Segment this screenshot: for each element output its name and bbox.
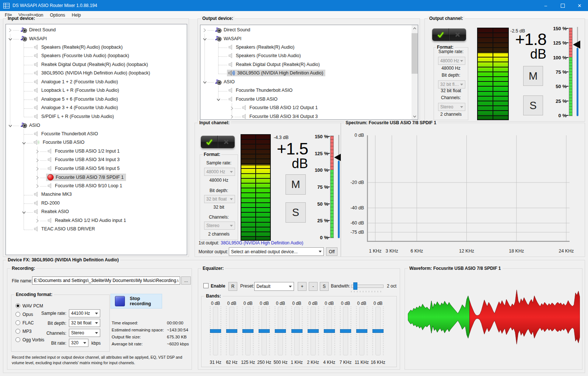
minimize-button[interactable]: – (537, 0, 554, 11)
monitor-off-button[interactable]: Off (326, 247, 337, 256)
eq-band-thumb[interactable] (372, 329, 384, 333)
tree-row[interactable]: Focusrite USB ASIO 3/4 Input 3 (6, 156, 187, 165)
collapsed-chevron-icon[interactable] (230, 115, 234, 119)
tree-row[interactable]: WASAPI (6, 35, 187, 43)
input-device-item[interactable]: WASAPI (19, 35, 49, 42)
tree-row[interactable]: Analogue 5 + 6 (Focusrite Usb Audio) (6, 95, 187, 104)
expanded-chevron-icon[interactable] (203, 80, 207, 84)
rec-sample-rate-select[interactable]: 44100 Hz (69, 309, 100, 317)
output-channel-bit-depth-select[interactable]: 32 bit float (438, 80, 465, 88)
browse-button[interactable]: ... (181, 276, 191, 285)
input-channel-channels-select[interactable]: Stereo (204, 222, 235, 230)
monitor-output-select[interactable]: Select an enabled output device... (229, 247, 324, 256)
tree-row[interactable]: Focusrite USB ASIO (6, 139, 187, 147)
output-device-item[interactable]: Direct Sound (213, 27, 252, 34)
input-device-item[interactable]: 38GL950G (NVIDIA High Definition Audio) … (32, 70, 152, 76)
collapsed-chevron-icon[interactable] (35, 167, 40, 171)
eq-band-thumb[interactable] (356, 329, 367, 333)
tree-row[interactable]: TEAC ASIO USB DRIVER (6, 225, 187, 234)
expanded-chevron-icon[interactable] (22, 141, 26, 145)
input-device-item[interactable]: ASIO (19, 122, 42, 129)
input-device-item[interactable]: Focusrite USB ASIO 1/2 Input 1 (46, 148, 122, 154)
output-device-item[interactable]: Focusrite USB ASIO (227, 96, 280, 102)
tree-row[interactable]: Speakers (Focusrite Usb Audio) (loopback… (6, 52, 187, 61)
input-device-item[interactable]: Focusrite USB ASIO 9/10 Loop 1 (46, 182, 125, 189)
tree-row[interactable]: Speakers (Realtek(R) Audio) (200, 43, 418, 52)
input-channel-solo-button[interactable]: S (286, 202, 306, 223)
output-device-item[interactable]: Speakers (Realtek(R) Audio) (227, 44, 297, 51)
format-radio-mp3[interactable] (15, 329, 20, 334)
tree-row[interactable]: Analogue 3 + 4 (Focusrite Usb Audio) (6, 104, 187, 113)
tree-row[interactable]: Focusrite USB ASIO 7/8 SPDIF 1 (6, 173, 187, 182)
input-device-item[interactable]: TEAC ASIO USB DRIVER (32, 226, 97, 232)
tree-row[interactable]: ASIO (6, 121, 187, 130)
collapsed-chevron-icon[interactable] (35, 219, 40, 223)
tree-row[interactable]: Focusrite USB ASIO 5/6 Input 5 (6, 164, 187, 173)
input-device-item[interactable]: Loopback L + R (Focusrite Usb Audio) (32, 87, 121, 94)
close-button[interactable]: ✕ (571, 0, 588, 11)
eq-preset-select[interactable]: Default (254, 282, 294, 291)
input-device-item[interactable]: Analogue 5 + 6 (Focusrite Usb Audio) (32, 96, 120, 102)
input-device-item[interactable]: Focusrite USB ASIO 5/6 Input 5 (46, 165, 122, 172)
input-device-item[interactable]: RD-2000 (32, 200, 62, 206)
input-device-item[interactable]: Analogue 3 + 4 (Focusrite Usb Audio) (32, 104, 120, 111)
rec-bit-rate-select[interactable]: 320 (69, 339, 88, 347)
eq-band-thumb[interactable] (308, 329, 319, 333)
collapsed-chevron-icon[interactable] (8, 28, 13, 32)
format-radio-opus[interactable] (15, 312, 20, 317)
tree-row[interactable]: 38GL950G (NVIDIA High Definition Audio) (200, 69, 418, 78)
eq-band-thumb[interactable] (210, 329, 221, 333)
collapsed-chevron-icon[interactable] (35, 184, 40, 188)
eq-band-thumb[interactable] (226, 329, 237, 333)
tree-row[interactable]: Analogue 1 + 2 (Focusrite Usb Audio) (6, 78, 187, 87)
output-channel-channels-select[interactable]: Stereo (438, 103, 465, 111)
output-channel-solo-button[interactable]: S (523, 95, 543, 115)
eq-band-thumb[interactable] (259, 329, 270, 333)
tree-row[interactable]: S/PDIF L + R (Focusrite Usb Audio) (6, 112, 187, 121)
stop-recording-button[interactable]: Stop recording (111, 294, 162, 309)
collapsed-chevron-icon[interactable] (35, 149, 40, 154)
format-radio-flac[interactable] (15, 320, 20, 325)
output-device-tree[interactable]: Direct Sound WASAPI Speakers (Realtek(R)… (200, 25, 418, 120)
eq-add-button[interactable]: + (298, 282, 307, 291)
eq-save-button[interactable]: S (320, 282, 329, 291)
tree-row[interactable]: Focusrite USB ASIO 1/2 Output 1 (200, 104, 418, 113)
eq-band-thumb[interactable] (242, 329, 253, 333)
tree-row[interactable]: Realtek ASIO 1/2 HD Audio input 1 (6, 216, 187, 225)
input-device-item[interactable]: Maschine MK3 (32, 191, 74, 198)
menu-item-options[interactable]: Options (47, 12, 69, 18)
output-device-item[interactable]: Focusrite USB ASIO 3/4 Output 3 (241, 113, 320, 120)
expanded-chevron-icon[interactable] (8, 37, 13, 41)
rec-channels-select[interactable]: Stereo (69, 329, 100, 337)
tree-row[interactable]: Speakers (Focusrite Usb Audio) (200, 52, 418, 61)
tree-row[interactable]: Realtek Digital Output (Realtek(R) Audio… (200, 60, 418, 69)
input-channel-bit-depth-select[interactable]: 32 bit float (204, 195, 235, 203)
eq-band-thumb[interactable] (324, 329, 335, 333)
tree-row[interactable]: Focusrite Thunderbolt ASIO (200, 87, 418, 95)
tree-row[interactable]: Loopback L + R (Focusrite Usb Audio) (6, 87, 187, 95)
output-channel-sample-rate-select[interactable]: 48000 Hz (438, 57, 465, 65)
tree-row[interactable]: RD-2000 (6, 199, 187, 208)
eq-enable-checkbox[interactable] (203, 283, 209, 288)
input-device-item[interactable]: Direct Sound (19, 27, 58, 34)
output-device-item[interactable]: ASIO (213, 79, 237, 86)
input-device-item[interactable]: Focusrite Thunderbolt ASIO (32, 130, 100, 137)
input-device-item[interactable]: Focusrite USB ASIO 7/8 SPDIF 1 (46, 174, 126, 181)
maximize-button[interactable] (554, 0, 571, 11)
output-device-item[interactable]: Speakers (Focusrite Usb Audio) (227, 52, 303, 59)
input-device-item[interactable]: Analogue 1 + 2 (Focusrite Usb Audio) (32, 79, 120, 85)
tree-row[interactable]: Focusrite USB ASIO 3/4 Output 3 (200, 112, 418, 120)
output-channel-mute-button[interactable]: M (523, 66, 543, 86)
format-radio-wav-pcm[interactable] (15, 303, 20, 308)
expanded-chevron-icon[interactable] (8, 123, 13, 128)
input-channel-mute-button[interactable]: M (286, 174, 306, 195)
input-device-item[interactable]: Speakers (Realtek(R) Audio) (loopback) (32, 44, 125, 51)
eq-remove-button[interactable]: - (309, 282, 318, 291)
input-device-item[interactable]: S/PDIF L + R (Focusrite Usb Audio) (32, 113, 116, 120)
collapsed-chevron-icon[interactable] (203, 28, 207, 32)
input-device-tree[interactable]: Direct Sound WASAPI Speakers (Realtek(R)… (6, 24, 187, 255)
output-channel-enable-toggle[interactable] (432, 28, 466, 41)
eq-band-thumb[interactable] (340, 329, 351, 333)
tree-row[interactable]: Focusrite Thunderbolt ASIO (6, 130, 187, 139)
output-channel-volume-slider[interactable] (577, 48, 578, 116)
